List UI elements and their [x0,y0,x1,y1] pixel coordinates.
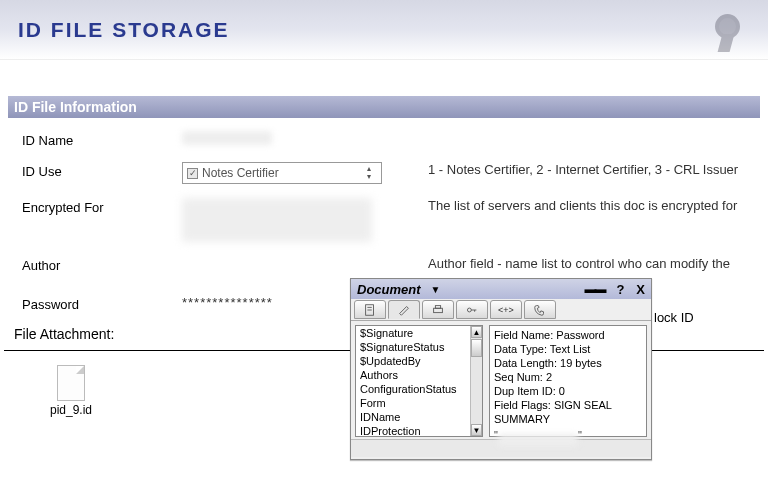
field-list[interactable]: $Signature $SignatureStatus $UpdatedBy A… [355,325,483,437]
file-icon [57,365,85,401]
attached-file[interactable]: pid_9.id [36,365,106,417]
row-idname: ID Name [22,131,746,148]
svg-rect-4 [435,305,440,308]
detail-line: Data Length: 19 bytes [494,356,642,370]
password-value: *************** [182,295,273,310]
attached-file-name: pid_9.id [36,403,106,417]
encrypted-for-redacted [182,198,372,242]
help-button[interactable]: ? [616,282,624,297]
detail-line: Dup Item ID: 0 [494,384,642,398]
scroll-up-icon[interactable]: ▲ [471,326,482,338]
tab-plus[interactable]: <+> [490,300,522,319]
field-row[interactable]: $UpdatedBy [356,354,482,368]
label-password: Password [22,295,182,312]
tab-fields[interactable] [388,300,420,319]
doc-icon [363,303,377,317]
dropdown-icon[interactable]: ▼ [431,284,441,295]
phone-icon [533,303,547,317]
iduse-combo[interactable]: ✓ Notes Certifier [182,162,382,184]
spinner-icon[interactable] [367,165,379,181]
scrollbar[interactable]: ▲ ▼ [470,326,482,436]
close-button[interactable]: X [636,282,645,297]
iduse-desc: 1 - Notes Certifier, 2 - Internet Certif… [422,162,746,177]
password-desc-suffix: lock ID [654,310,694,325]
detail-line: SUMMARY [494,412,642,426]
props-titlebar[interactable]: Document ▼ ▬▬ ? X [351,279,651,299]
section-idfile-info: ID File Information [8,96,760,118]
field-row[interactable]: $Signature [356,326,482,340]
banner-art [530,6,750,54]
field-row[interactable]: IDName [356,410,482,424]
label-iduse: ID Use [22,162,182,179]
idname-value-redacted [182,131,272,145]
plus-angle-icon: <+> [498,305,514,315]
detail-line: Field Flags: SIGN SEAL [494,398,642,412]
iduse-value: Notes Certifier [202,166,279,180]
row-iduse: ID Use ✓ Notes Certifier 1 - Notes Certi… [22,162,746,184]
detail-line: Data Type: Text List [494,342,642,356]
tab-key[interactable] [456,300,488,319]
banner-header: ID FILE STORAGE [0,0,768,60]
tab-phone[interactable] [524,300,556,319]
checkbox-icon: ✓ [187,168,198,179]
props-title-text: Document [357,282,421,297]
field-row[interactable]: Authors [356,368,482,382]
restore-icon[interactable]: ▬▬ [584,282,604,296]
scroll-thumb[interactable] [471,339,482,357]
encrypted-for-desc: The list of servers and clients this doc… [422,198,746,213]
tab-print[interactable] [422,300,454,319]
field-row[interactable]: $SignatureStatus [356,340,482,354]
detail-line: Field Name: Password [494,328,642,342]
key-icon [465,303,479,317]
label-encrypted-for: Encrypted For [22,198,182,215]
field-detail: Field Name: Password Data Type: Text Lis… [489,325,647,437]
detail-line: Seq Num: 2 [494,370,642,384]
field-row[interactable]: IDProtection [356,424,482,437]
scroll-down-icon[interactable]: ▼ [471,424,482,436]
pencil-icon [397,303,411,317]
tab-info[interactable] [354,300,386,319]
detail-value-redacted [498,434,578,446]
document-properties-panel[interactable]: Document ▼ ▬▬ ? X <+> $Signature $Signat… [350,278,652,460]
row-author: Author Author field - name list to contr… [22,256,746,273]
label-idname: ID Name [22,131,182,148]
label-author: Author [22,256,182,273]
printer-icon [431,303,445,317]
author-desc: Author field - name list to control who … [422,256,746,271]
field-row[interactable]: Form [356,396,482,410]
field-row[interactable]: ConfigurationStatus [356,382,482,396]
props-tabs: <+> [351,299,651,321]
page-title: ID FILE STORAGE [18,18,230,42]
svg-point-5 [467,308,471,312]
svg-rect-3 [434,308,443,312]
props-body: $Signature $SignatureStatus $UpdatedBy A… [351,321,651,439]
row-encrypted-for: Encrypted For The list of servers and cl… [22,198,746,242]
